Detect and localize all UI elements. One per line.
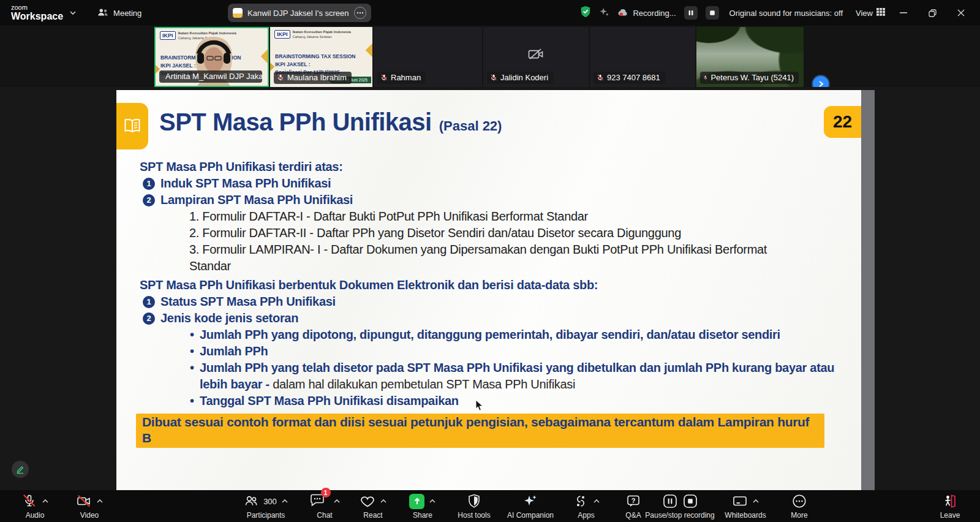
ikpi-caption-line1: Ikatan Konsultan Pajak Indonesia: [293, 30, 351, 35]
share-chevron-up-icon[interactable]: [429, 499, 436, 504]
participant-name: Artinita M_Kanwil DJP Jakart...: [165, 72, 262, 81]
logo-zoom-text: zoom: [11, 4, 63, 11]
whiteboards-chevron-up-icon[interactable]: [752, 499, 760, 504]
workspace-chevron-down-icon[interactable]: [69, 10, 77, 15]
chat-button[interactable]: 1 Chat: [300, 490, 349, 522]
mouse-cursor: [475, 399, 484, 414]
slide-bullet-item: Jumlah PPh yang telah disetor pada SPT M…: [140, 360, 838, 393]
numbered-text: Lampiran SPT Masa PPh Unifikasi: [160, 192, 353, 208]
slide-list-item: 1. Formulir DAFTAR-I - Daftar Bukti PotP…: [140, 208, 777, 225]
vbg-line2: IKPI JAKSEL :: [275, 61, 355, 69]
whiteboards-label: Whiteboards: [725, 511, 766, 520]
whiteboard-icon: [732, 493, 748, 509]
pause-stop-recording-label: Pause/stop recording: [645, 511, 714, 520]
host-tools-label: Host tools: [458, 511, 490, 520]
participant-name: Peterus W. Tayu (5241): [710, 73, 794, 82]
host-tools-button[interactable]: Host tools: [448, 490, 500, 522]
original-sound-toggle[interactable]: Original sound for musicians: off: [729, 9, 843, 18]
slide-numbered-item: 1 Induk SPT Masa PPh Unifikasi: [140, 175, 844, 192]
react-button[interactable]: React: [349, 490, 397, 522]
view-button[interactable]: View: [856, 8, 885, 18]
whiteboards-button[interactable]: Whiteboards: [714, 490, 777, 522]
numbered-text: Jenis kode jenis setoran: [160, 310, 298, 327]
camera-off-icon: [528, 48, 544, 63]
stop-recording-icon[interactable]: [682, 493, 698, 509]
restore-window-button[interactable]: [922, 5, 943, 21]
annotation-pencil-button[interactable]: [12, 461, 29, 478]
participants-chevron-up-icon[interactable]: [281, 499, 288, 504]
apps-icon: [573, 493, 589, 509]
shared-screen-pill[interactable]: Kanwil DJP Jaksel I's screen: [228, 4, 371, 22]
participant-name: Maulana Ibrahim: [287, 73, 347, 82]
video-tile-923-7407-8681[interactable]: 923 7407 8681: [590, 27, 695, 87]
number-circle: 2: [143, 312, 155, 325]
leave-button[interactable]: Leave: [929, 490, 971, 522]
video-chevron-up-icon[interactable]: [96, 499, 104, 504]
video-button[interactable]: Video: [62, 490, 116, 522]
mic-muted-icon: [21, 493, 37, 509]
participant-name-pill: Maulana Ibrahim: [274, 72, 352, 84]
ai-companion-sparkle-icon: [522, 493, 538, 509]
react-label: React: [363, 511, 382, 520]
ikpi-logo-caption: Ikatan Konsultan Pajak IndonesiaCabang J…: [293, 30, 351, 39]
pause-recording-button[interactable]: [684, 6, 698, 20]
slide-list-item: 2. Formulir DAFTAR-II - Daftar PPh yang …: [140, 225, 777, 241]
audio-chevron-up-icon[interactable]: [42, 499, 49, 504]
ai-companion-button[interactable]: AI Companion: [500, 490, 561, 522]
mic-muted-icon: [490, 74, 497, 81]
chat-chevron-up-icon[interactable]: [333, 499, 341, 504]
leave-door-icon: [942, 493, 958, 509]
slide-highlight-box: Dibuat sesuai contoh format dan diisi se…: [136, 414, 824, 448]
more-label: More: [791, 511, 807, 520]
pause-recording-icon[interactable]: [662, 493, 678, 509]
security-shield-icon[interactable]: [580, 6, 591, 20]
video-tile-artinita[interactable]: IKPI Ikatan Konsultan Pajak IndonesiaCab…: [154, 27, 269, 87]
number-circle: 2: [143, 194, 155, 206]
participant-name-pill: Jalidin Koderi: [487, 72, 553, 84]
stop-recording-button[interactable]: [706, 6, 719, 20]
zoom-workspace-logo: zoom Workspace: [11, 4, 63, 21]
shield-icon: [466, 493, 482, 509]
pause-stop-recording-button[interactable]: Pause/stop recording: [634, 490, 726, 522]
share-button[interactable]: Share: [397, 490, 448, 522]
video-tile-maulana[interactable]: IKPI Ikatan Konsultan Pajak IndonesiaCab…: [270, 27, 372, 87]
share-label: Share: [413, 511, 432, 520]
apps-chevron-up-icon[interactable]: [593, 499, 600, 504]
slide-content: SPT Masa PPh Unifikasi terdiri atas: 1 I…: [140, 159, 844, 448]
participants-count: 300: [263, 497, 277, 506]
numbered-text: Status SPT Masa PPh Unifikasi: [160, 293, 336, 310]
vbg-line1: BRAINSTORMING TAX SESSION: [275, 53, 355, 61]
gold-diamond-decoration: [270, 62, 274, 71]
slide-heading: SPT Masa PPh Unifikasi berbentuk Dokumen…: [140, 277, 844, 293]
mic-muted-icon: [703, 74, 707, 81]
zoom-meeting-window: zoom Workspace Meeting Kanwil DJP Jaksel…: [0, 0, 980, 522]
gold-diamond-decoration: [261, 50, 269, 64]
video-tile-jalidin[interactable]: Jalidin Koderi: [483, 27, 589, 87]
book-icon: [116, 103, 148, 149]
shared-screen-options-icon[interactable]: [354, 7, 366, 19]
minimize-window-button[interactable]: [893, 5, 914, 21]
participant-name: Jalidin Koderi: [500, 73, 548, 82]
more-button[interactable]: More: [777, 490, 821, 522]
top-bar-right-controls: Recording... Original sound for musician…: [580, 5, 980, 21]
heart-icon: [360, 493, 375, 509]
participant-name: Rahman: [391, 73, 421, 82]
audio-label: Audio: [26, 511, 45, 520]
audio-button[interactable]: Audio: [9, 490, 61, 522]
video-tile-peterus[interactable]: Peterus W. Tayu (5241): [696, 27, 804, 87]
ai-sparkle-icon[interactable]: [599, 7, 609, 20]
react-chevron-up-icon[interactable]: [380, 499, 387, 504]
ikpi-caption-line2: Cabang Jakarta Selatan: [293, 35, 332, 39]
number-circle: 1: [143, 296, 155, 308]
slide-scrollbar[interactable]: [861, 90, 875, 490]
participant-name-pill: 923 7407 8681: [594, 72, 665, 84]
tab-meeting[interactable]: Meeting: [97, 7, 141, 19]
participant-name: 923 7407 8681: [607, 73, 660, 82]
video-tile-rahman[interactable]: Rahman: [374, 27, 482, 87]
meeting-toolbar: Audio Video 300 Participants 1: [0, 490, 980, 522]
recording-label: Recording...: [633, 9, 676, 18]
participants-button[interactable]: 300 Participants: [232, 490, 300, 522]
close-window-button[interactable]: [951, 5, 971, 21]
participant-name-pill: Peterus W. Tayu (5241): [700, 72, 799, 84]
apps-button[interactable]: Apps: [561, 490, 611, 522]
